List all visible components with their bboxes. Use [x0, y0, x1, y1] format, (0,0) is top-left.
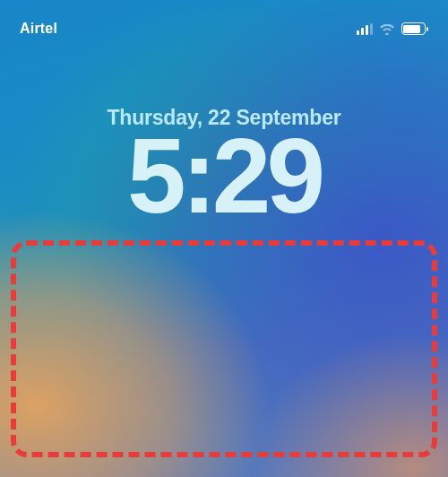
status-icons [357, 22, 429, 35]
lock-screen-content: Thursday, 22 September 5:29 [0, 106, 448, 229]
annotation-highlight-box [11, 240, 437, 457]
wifi-icon [379, 22, 395, 35]
status-bar: Airtel [0, 0, 448, 45]
carrier-label: Airtel [20, 21, 57, 37]
battery-icon [401, 22, 429, 35]
lock-screen-time: 5:29 [0, 123, 448, 229]
cellular-signal-icon [357, 23, 373, 35]
